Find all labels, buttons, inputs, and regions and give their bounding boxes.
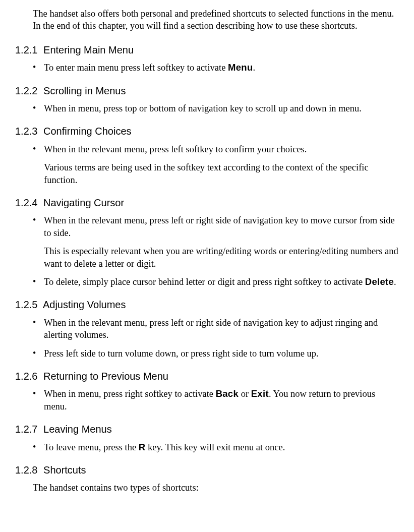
paragraph: Various terms are being used in the soft… [44,161,399,186]
section-navigating-cursor: 1.2.4 Navigating Cursor When in the rele… [15,196,399,288]
softkey-label: Delete [365,276,394,287]
softkey-label: Exit [251,388,269,399]
intro-paragraph: The handset also offers both personal an… [33,8,399,32]
paragraph: The handset contains two types of shortc… [33,482,399,494]
section-entering-main-menu: 1.2.1 Entering Main Menu To enter main m… [15,43,399,74]
bullet-list: When in the relevant menu, press left so… [33,143,399,155]
text-run: To enter main menu press left softkey to… [44,63,228,73]
section-heading: 1.2.7 Leaving Menus [15,423,399,436]
paragraph: This is especially relevant when you are… [44,245,399,270]
text-run: When in menu, press right softkey to act… [44,389,216,399]
section-title: Navigating Cursor [43,197,124,208]
section-heading: 1.2.6 Returning to Previous Menu [15,370,399,383]
section-heading: 1.2.5 Adjusting Volumes [15,298,399,311]
section-title: Adjusting Volumes [43,299,126,310]
section-confirming-choices: 1.2.3 Confirming Choices When in the rel… [15,125,399,186]
section-number: 1.2.7 [15,423,37,436]
bullet-list: When in the relevant menu, press left or… [33,317,399,360]
text-run: To delete, simply place cursor behind le… [44,277,365,287]
list-item: Press left side to turn volume down, or … [33,347,399,360]
section-title: Returning to Previous Menu [43,371,168,382]
bullet-list: When in the relevant menu, press left or… [33,214,399,239]
text-run: . [394,277,396,287]
section-heading: 1.2.3 Confirming Choices [15,125,399,138]
section-number: 1.2.4 [15,196,37,209]
section-number: 1.2.1 [15,43,37,56]
section-title: Shortcuts [43,464,86,476]
text-run: To leave menu, press the [44,442,139,452]
section-leaving-menus: 1.2.7 Leaving Menus To leave menu, press… [15,423,399,453]
list-item: When in the relevant menu, press left or… [33,214,399,239]
section-title: Confirming Choices [43,126,132,137]
section-title: Leaving Menus [43,424,112,435]
list-item: When in the relevant menu, press left or… [33,317,399,341]
bullet-list: When in menu, press right softkey to act… [33,388,399,412]
text-run: . [253,63,256,73]
section-title: Entering Main Menu [43,44,134,55]
section-heading: 1.2.1 Entering Main Menu [15,43,399,56]
section-number: 1.2.2 [15,84,37,97]
list-item: To delete, simply place cursor behind le… [33,276,399,288]
section-title: Scrolling in Menus [43,85,126,96]
section-scrolling-in-menus: 1.2.2 Scrolling in Menus When in menu, p… [15,84,399,115]
text-run: key. This key will exit menu at once. [145,442,285,452]
section-number: 1.2.5 [15,298,37,311]
list-item: To leave menu, press the R key. This key… [33,441,399,453]
list-item: To enter main menu press left softkey to… [33,62,399,74]
bullet-list: To delete, simply place cursor behind le… [33,276,399,288]
softkey-label: Menu [228,62,253,73]
section-heading: 1.2.4 Navigating Cursor [15,196,399,209]
list-item: When in menu, press right softkey to act… [33,388,399,412]
text-run: or [239,389,251,399]
section-returning-to-previous-menu: 1.2.6 Returning to Previous Menu When in… [15,370,399,412]
section-heading: 1.2.8 Shortcuts [15,463,399,477]
softkey-label: Back [216,388,239,399]
list-item: When in menu, press top or bottom of nav… [33,102,399,114]
section-adjusting-volumes: 1.2.5 Adjusting Volumes When in the rele… [15,298,399,360]
key-label: R [139,442,146,452]
bullet-list: To enter main menu press left softkey to… [33,62,399,74]
section-number: 1.2.8 [15,463,37,477]
bullet-list: To leave menu, press the R key. This key… [33,441,399,453]
section-number: 1.2.3 [15,125,37,138]
bullet-list: When in menu, press top or bottom of nav… [33,102,399,114]
list-item: When in the relevant menu, press left so… [33,143,399,155]
section-shortcuts: 1.2.8 Shortcuts The handset contains two… [15,463,399,494]
section-heading: 1.2.2 Scrolling in Menus [15,84,399,97]
section-number: 1.2.6 [15,370,37,383]
